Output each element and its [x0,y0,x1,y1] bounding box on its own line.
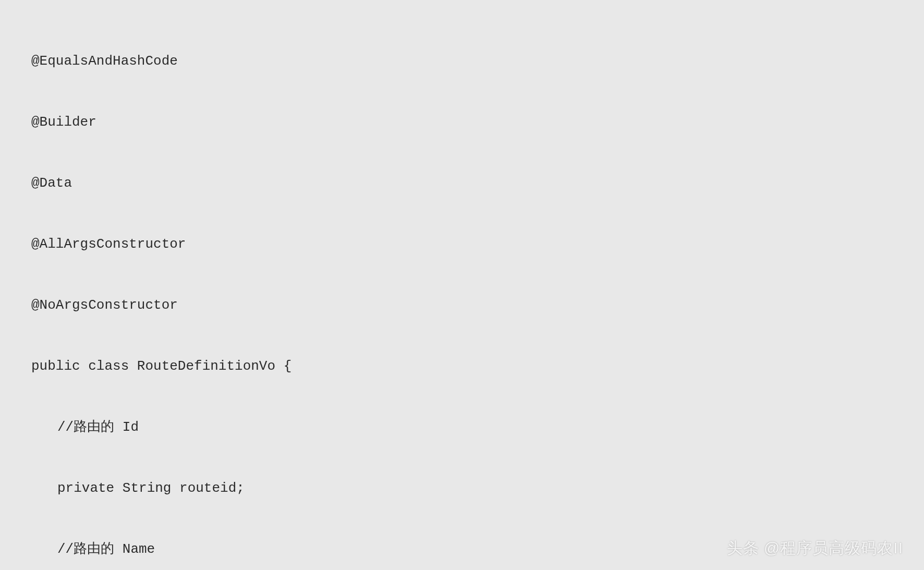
code-line: //路由的 Id [31,417,893,438]
code-line: public class RouteDefinitionVo { [31,356,893,377]
code-line: @NoArgsConstructor [31,295,893,316]
code-line: private String routeid; [31,478,893,499]
code-line: @Data [31,173,893,193]
code-line: @Builder [31,112,893,132]
code-line: @AllArgsConstructor [31,234,893,254]
code-line: @EqualsAndHashCode [31,51,893,71]
code-block: @EqualsAndHashCode @Builder @Data @AllAr… [31,10,893,570]
watermark-text: 头条 @程序员高级码农II [727,536,903,560]
